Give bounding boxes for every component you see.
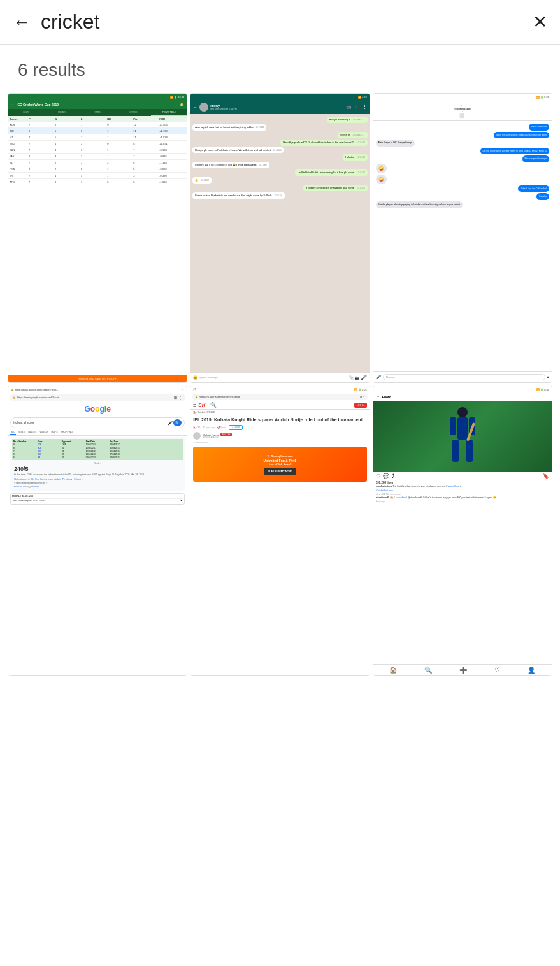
status-bar: 📶 🔋 10:33	[8, 94, 187, 100]
wa-header: ← Ricky last seen today at 3:52 PM 📹📞⋮	[190, 100, 369, 114]
table-row: AUS761012+0.906	[8, 122, 187, 128]
icc-tabs: NEWS SQUADS STATS VENUES POINTS TABLE	[8, 109, 187, 116]
sk-breadcrumb: 🏠 › Cricket › IPL 2019	[190, 410, 369, 415]
sk-header: ☰ SK 🔍 LOG IN	[190, 401, 369, 410]
wa-input[interactable]: 😊 Type a message 📎 📷 🎤	[190, 373, 369, 382]
imsg-status-bar: 📶 🔋 9:28	[373, 94, 552, 100]
wa-status-bar: 📶 4:20	[190, 94, 369, 100]
result-instagram[interactable]: 📶 🔋 8:30 ← Photo	[373, 386, 552, 675]
svg-rect-1	[457, 417, 468, 440]
sk-meta: 🔖 434 31 mins ago 📢 News ↗ SHARE	[190, 424, 369, 431]
sk-author: Mohsin Kamal FOLLOW SENIOR ANALYST	[190, 431, 369, 441]
result-icc[interactable]: 📶 🔋 10:33 ← ICC Cricket World Cup 2019 🔔…	[8, 93, 187, 383]
table-row: AFG70700-1.634	[8, 179, 187, 185]
imsg-messages: Haan I am sure Main toh agle season se A…	[373, 121, 552, 371]
imsg-input[interactable]: 🎤 Message +	[373, 371, 552, 382]
results-grid: 📶 🔋 10:33 ← ICC Cricket World Cup 2019 🔔…	[0, 90, 560, 679]
insta-photo	[373, 401, 552, 472]
icc-banner: MONTH END SALE 40-70% OFF	[8, 375, 187, 382]
table-row: SL72326-1.188	[8, 160, 187, 166]
google-status-bar: 🔒 https://www.google.com/search?q=hi... …	[8, 386, 187, 393]
icc-table-header: TeamsPWLNRPtsNRR	[8, 116, 187, 122]
table-row: RSA82515-0.080	[8, 166, 187, 173]
table-row: NZ751111+1.028	[8, 134, 187, 141]
table-row: WI71513-0.320	[8, 173, 187, 179]
back-button[interactable]: ←	[13, 12, 31, 32]
insta-time: 2 days ago	[373, 500, 552, 504]
result-imessage[interactable]: 📶 🔋 9:28 ← rickoeyyssaini › ⬜ Haan I am …	[373, 93, 552, 383]
insta-status-bar: 📶 🔋 8:30	[373, 386, 552, 393]
svg-rect-4	[450, 417, 456, 435]
svg-rect-3	[466, 440, 473, 462]
sk-ad: 🎰 RummyCurle.com Unlimited Fun & Thrill …	[193, 447, 366, 482]
google-featured: No of MatchesTeamOpponentStart DateEnd D…	[10, 437, 185, 491]
insta-actions: ♡ 💬 ⤴ 🔖	[373, 472, 552, 481]
search-query: cricket	[41, 10, 533, 34]
results-count: 6 results	[0, 45, 560, 90]
svg-point-0	[457, 407, 468, 417]
google-url-bar: 🔒 https://www.google.com/search?q=hi... …	[10, 394, 185, 401]
google-search-bar[interactable]: highest ipl score 🎤 🔍	[10, 417, 185, 428]
result-sportskeeda[interactable]: ⏰ 📶 🔋 5:02 🔒 https://m.sportskeeda.com/c…	[190, 386, 370, 675]
table-row: IND650111+1.160	[8, 128, 187, 134]
imsg-header: ← rickoeyyssaini › ⬜	[373, 100, 552, 121]
table-row: PAK73317-0.976	[8, 154, 187, 160]
google-tabs: ALL NEWS IMAGES VIDEOS MAPS SHOPPING	[8, 429, 187, 436]
table-row: ENG74308+1.051	[8, 141, 187, 147]
sk-article-title: IPL 2019: Kolkata Knight Riders pacer An…	[190, 415, 369, 424]
sk-status-bar: ⏰ 📶 🔋 5:02	[190, 386, 369, 393]
wa-messages: Bhaiya is coming?10:11 AM ✓✓ Aise lag to…	[190, 114, 369, 373]
result-google[interactable]: 🔒 https://www.google.com/search?q=hi... …	[8, 386, 187, 675]
search-header: ← cricket ✕	[0, 0, 560, 45]
icc-app-header: ← ICC Cricket World Cup 2019 🔔	[8, 100, 187, 109]
google-logo: Google	[8, 402, 187, 416]
insta-navbar: 🏠 🔍 ➕ ♡ 👤	[373, 664, 552, 675]
result-whatsapp[interactable]: 📶 4:20 ← Ricky last seen today at 3:52 P…	[190, 93, 370, 383]
table-row: BAN73317-0.133	[8, 147, 187, 154]
close-button[interactable]: ✕	[533, 11, 547, 32]
sk-url-bar: 🔒 https://m.sportskeeda.com/cricket/ipl …	[192, 394, 367, 400]
google-paa: PEOPLE ALSO ASK Who scored highest in IP…	[10, 493, 185, 505]
insta-header: ← Photo	[373, 393, 552, 401]
svg-rect-2	[452, 440, 459, 462]
